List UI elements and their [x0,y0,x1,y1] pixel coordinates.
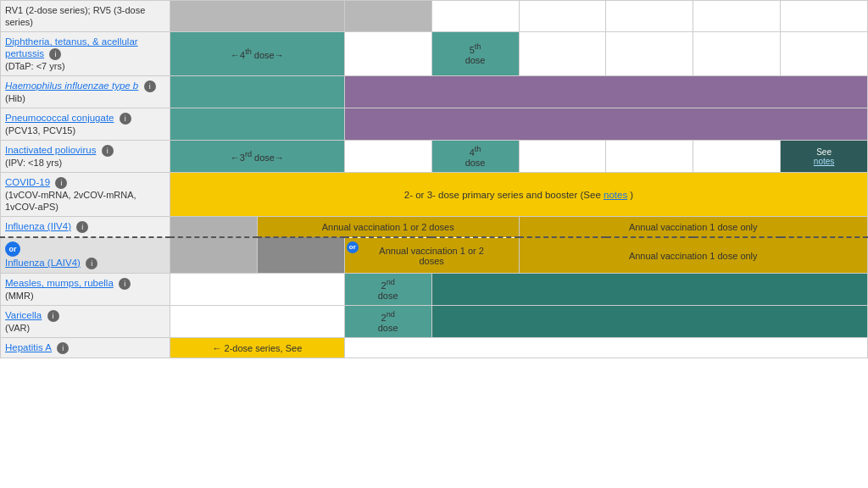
rv-cell-2 [344,1,431,32]
covid-span-text: 2- or 3- dose primary series and booster… [404,190,604,200]
dtap-e3 [693,32,781,76]
vaccine-name-rv: RV1 (2-dose series); RV5 (3-dose series) [1,1,170,32]
ipv-dose3-label: ←3rd dose→ [231,152,284,163]
ipv-info-icon[interactable]: i [102,145,114,157]
table-row-mmr: Measles, mumps, rubella i (MMR) 2nddose [1,274,868,306]
table-row-dtap: Diphtheria, tetanus, & acellular pertuss… [1,32,868,76]
table-row-flu-iiv4: Influenza (IIV4) i Annual vaccination 1 … [1,217,868,238]
hib-sub: (Hib) [5,93,25,103]
ipv-e1 [344,141,431,173]
vaccine-name-hib: Haemophilus influenzae type b i (Hib) [1,76,170,108]
table-row-pcv: Pneumococcal conjugate i (PCV13, PCV15) [1,108,868,141]
mmr-dose2-cell: 2nddose [344,274,431,306]
hepa-link[interactable]: Hepatitis A [5,342,52,352]
vaccine-name-var: Varicella i (VAR) [1,306,170,338]
flu-laiv4-gray1 [170,237,258,274]
pcv-purple [344,108,867,141]
table-row-hib: Haemophilus influenzae type b i (Hib) [1,76,868,108]
vaccine-name-flu-laiv4: or Influenza (LAIV4) i [1,237,170,274]
covid-info-icon[interactable]: i [55,177,67,189]
vaccine-name-hepa: Hepatitis A i [1,338,170,358]
pcv-teal [170,108,345,141]
mmr-info-icon[interactable]: i [119,278,131,290]
flu-iiv4-annual1-cell: Annual vaccination 1 or 2 doses [257,217,519,238]
vaccine-name-covid: COVID-19 i (1vCOV-mRNA, 2vCOV-mRNA, 1vCO… [1,173,170,217]
vaccine-name-dtap: Diphtheria, tetanus, & acellular pertuss… [1,32,170,76]
ipv-e3 [606,141,693,173]
table-row-covid: COVID-19 i (1vCOV-mRNA, 2vCOV-mRNA, 1vCO… [1,173,868,217]
pcv-link[interactable]: Pneumococcal conjugate [5,113,114,123]
dtap-link[interactable]: Diphtheria, tetanus, & acellular pertuss… [5,36,138,58]
flu-iiv4-link[interactable]: Influenza (IIV4) [5,221,71,231]
ipv-dose4-label: 4thdose [465,147,486,168]
vaccine-name-pcv: Pneumococcal conjugate i (PCV13, PCV15) [1,108,170,141]
hepa-dose-text: ← 2-dose series, See [212,343,302,353]
flu-laiv4-link[interactable]: Influenza (LAIV4) [5,258,81,268]
flu-laiv4-or-badge: or [347,241,359,253]
rv-cell-7 [781,1,868,32]
flu-laiv4-annual1-text: Annual vaccination 1 or 2doses [379,246,484,266]
vaccine-label-rv: RV1 (2-dose series); RV5 (3-dose series) [5,5,145,27]
dtap-dose4-label: ←4th dose→ [231,50,284,60]
hib-purple [344,76,867,108]
covid-span-cell: 2- or 3- dose primary series and booster… [170,173,868,217]
mmr-link[interactable]: Measles, mumps, rubella [5,278,114,288]
pcv-info-icon[interactable]: i [120,113,131,125]
hepa-empty [344,338,867,358]
flu-iiv4-info-icon[interactable]: i [76,221,88,233]
table-row-ipv: Inactivated poliovirus i (IPV: <18 yrs) … [1,141,868,173]
vaccine-name-ipv: Inactivated poliovirus i (IPV: <18 yrs) [1,141,170,173]
dtap-dose4-cell: ←4th dose→ [170,32,345,76]
dtap-dose5-label: 5thdose [465,45,486,65]
ipv-see-notes-text: See [816,147,832,157]
rv-cell-1 [170,1,345,32]
ipv-link[interactable]: Inactivated poliovirus [5,145,96,155]
dtap-info-icon[interactable]: i [49,48,61,60]
dtap-e4 [781,32,868,76]
vaccine-name-flu-iiv4: Influenza (IIV4) i [1,217,170,238]
ipv-sub: (IPV: <18 yrs) [5,158,62,168]
table-row-flu-laiv4: or Influenza (LAIV4) i or Annual vaccina… [1,237,868,274]
var-dose2-label: 2nddose [378,313,398,333]
flu-laiv4-annual2-text: Annual vaccination 1 dose only [629,251,758,261]
vaccine-name-mmr: Measles, mumps, rubella i (MMR) [1,274,170,306]
flu-laiv4-info-icon[interactable]: i [86,258,97,269]
hib-link[interactable]: Haemophilus influenzae type b [5,80,138,91]
ipv-e4 [693,141,781,173]
hepa-info-icon[interactable]: i [57,342,69,354]
or-badge-laiv4: or [5,241,20,257]
covid-span-close: ) [630,190,633,200]
flu-iiv4-annual2-text: Annual vaccination 1 dose only [629,222,758,232]
ipv-e2 [519,141,606,173]
covid-notes-link[interactable]: notes [604,190,627,200]
flu-iiv4-annual1-text: Annual vaccination 1 or 2 doses [322,222,454,232]
table-row: RV1 (2-dose series); RV5 (3-dose series) [1,1,868,32]
mmr-dose2-label: 2nddose [378,280,398,301]
dtap-sub: (DTaP: <7 yrs) [5,61,65,71]
var-dose2-cell: 2nddose [344,306,431,338]
rv-cell-5 [606,1,693,32]
hepa-dose-cell: ← 2-dose series, See [170,338,345,358]
covid-link[interactable]: COVID-19 [5,177,50,187]
var-dark-teal [431,306,867,338]
rv-cell-4 [519,1,606,32]
ipv-dose4-cell: 4thdose [431,141,519,173]
flu-iiv4-gray [170,217,258,238]
hib-teal [170,76,345,108]
rv-cell-3 [431,1,519,32]
flu-laiv4-annual1-cell: or Annual vaccination 1 or 2doses [344,237,519,274]
flu-laiv4-gray2 [257,237,344,274]
var-empty1 [170,306,345,338]
dtap-dose5-cell: 5thdose [431,32,519,76]
covid-sub: (1vCOV-mRNA, 2vCOV-mRNA, 1vCOV-aPS) [5,190,136,212]
ipv-dose3-cell: ←3rd dose→ [170,141,345,173]
hib-info-icon[interactable]: i [144,80,156,92]
mmr-dark-teal [431,274,867,306]
var-info-icon[interactable]: i [47,310,59,322]
table-row-hepa: Hepatitis A i ← 2-dose series, See [1,338,868,358]
ipv-notes-link[interactable]: notes [814,157,834,166]
var-link[interactable]: Varicella [5,310,42,320]
ipv-see-notes: See notes [781,141,868,173]
table-row-var: Varicella i (VAR) 2nddose [1,306,868,338]
vaccination-schedule-table: RV1 (2-dose series); RV5 (3-dose series)… [0,0,868,358]
